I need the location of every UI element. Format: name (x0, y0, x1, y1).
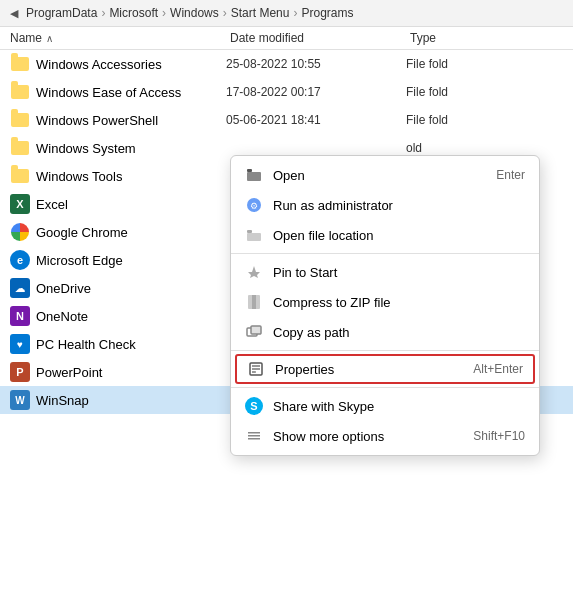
list-item[interactable]: Windows Ease of Access 17-08-2022 00:17 … (0, 78, 573, 106)
breadcrumb-part-4: Start Menu (231, 6, 290, 20)
file-name: Excel (36, 197, 226, 212)
col-header-type[interactable]: Type (410, 31, 436, 45)
file-type: File fold (406, 57, 448, 71)
svg-rect-5 (247, 233, 261, 241)
more-icon (245, 427, 263, 445)
list-item[interactable]: Windows Accessories 25-08-2022 10:55 Fil… (0, 50, 573, 78)
context-menu: Open Enter ⚙ Run as administrator Open f… (230, 155, 540, 456)
winsnap-icon: W (10, 390, 30, 410)
menu-item-run-as-admin[interactable]: ⚙ Run as administrator (231, 190, 539, 220)
folder-open-icon (245, 226, 263, 244)
admin-icon: ⚙ (245, 196, 263, 214)
menu-item-compress-zip[interactable]: Compress to ZIP file (231, 287, 539, 317)
menu-label-copy-path: Copy as path (273, 325, 525, 340)
menu-item-copy-path[interactable]: Copy as path (231, 317, 539, 347)
file-name: WinSnap (36, 393, 226, 408)
folder-icon (10, 110, 30, 130)
folder-icon (10, 82, 30, 102)
menu-label-show-more: Show more options (273, 429, 453, 444)
file-date: 25-08-2022 10:55 (226, 57, 406, 71)
menu-label-open-location: Open file location (273, 228, 525, 243)
breadcrumb-sep-3: › (223, 6, 227, 20)
onedrive-icon: ☁ (10, 278, 30, 298)
breadcrumb-sep-4: › (293, 6, 297, 20)
properties-icon (247, 360, 265, 378)
svg-rect-15 (248, 435, 260, 437)
file-name: Windows Accessories (36, 57, 226, 72)
menu-shortcut-open: Enter (496, 168, 525, 182)
file-name: PowerPoint (36, 365, 226, 380)
menu-shortcut-properties: Alt+Enter (473, 362, 523, 376)
breadcrumb-part-5: Programs (301, 6, 353, 20)
menu-label-run-as-admin: Run as administrator (273, 198, 525, 213)
file-name: PC Health Check (36, 337, 226, 352)
menu-label-properties: Properties (275, 362, 453, 377)
menu-item-share-skype[interactable]: S Share with Skype (231, 391, 539, 421)
menu-item-open[interactable]: Open Enter (231, 160, 539, 190)
file-date: 17-08-2022 00:17 (226, 85, 406, 99)
menu-separator-3 (231, 387, 539, 388)
svg-rect-1 (247, 172, 261, 181)
menu-label-compress-zip: Compress to ZIP file (273, 295, 525, 310)
menu-label-share-skype: Share with Skype (273, 399, 525, 414)
pin-icon (245, 263, 263, 281)
file-name: Google Chrome (36, 225, 226, 240)
svg-rect-7 (252, 295, 256, 309)
menu-label-pin-start: Pin to Start (273, 265, 525, 280)
breadcrumb-part-1: ProgramData (26, 6, 97, 20)
file-type: old (406, 141, 422, 155)
breadcrumb-back-icon[interactable]: ◀ (10, 7, 18, 20)
breadcrumb-sep-1: › (101, 6, 105, 20)
svg-rect-0 (247, 169, 252, 172)
menu-item-open-location[interactable]: Open file location (231, 220, 539, 250)
pc-health-icon: ♥ (10, 334, 30, 354)
skype-icon: S (245, 397, 263, 415)
menu-item-pin-start[interactable]: Pin to Start (231, 257, 539, 287)
menu-item-properties[interactable]: Properties Alt+Enter (235, 354, 535, 384)
open-icon (245, 166, 263, 184)
file-name: Windows PowerShell (36, 113, 226, 128)
breadcrumb[interactable]: ◀ ProgramData › Microsoft › Windows › St… (0, 0, 573, 27)
powerpoint-icon: P (10, 362, 30, 382)
folder-icon (10, 138, 30, 158)
file-type: File fold (406, 113, 448, 127)
zip-icon (245, 293, 263, 311)
menu-label-open: Open (273, 168, 476, 183)
edge-icon: e (10, 250, 30, 270)
sort-arrow-icon: ∧ (46, 33, 53, 44)
menu-separator-2 (231, 350, 539, 351)
breadcrumb-sep-2: › (162, 6, 166, 20)
svg-text:⚙: ⚙ (250, 201, 258, 211)
excel-icon: X (10, 194, 30, 214)
menu-shortcut-show-more: Shift+F10 (473, 429, 525, 443)
file-name: Windows Tools (36, 169, 226, 184)
col-header-date[interactable]: Date modified (230, 31, 410, 45)
path-icon (245, 323, 263, 341)
file-name: Windows Ease of Access (36, 85, 226, 100)
file-date: 05-06-2021 18:41 (226, 113, 406, 127)
folder-icon (10, 54, 30, 74)
breadcrumb-part-2: Microsoft (109, 6, 158, 20)
file-name: Microsoft Edge (36, 253, 226, 268)
file-name: Windows System (36, 141, 226, 156)
svg-rect-16 (248, 438, 260, 440)
breadcrumb-part-3: Windows (170, 6, 219, 20)
svg-rect-9 (251, 326, 261, 334)
svg-rect-14 (248, 432, 260, 434)
folder-icon (10, 166, 30, 186)
file-name: OneNote (36, 309, 226, 324)
col-header-name[interactable]: Name ∧ (10, 31, 230, 45)
svg-rect-4 (247, 230, 252, 233)
menu-item-show-more[interactable]: Show more options Shift+F10 (231, 421, 539, 451)
file-name: OneDrive (36, 281, 226, 296)
file-type: File fold (406, 85, 448, 99)
menu-separator-1 (231, 253, 539, 254)
onenote-icon: N (10, 306, 30, 326)
list-item[interactable]: Windows PowerShell 05-06-2021 18:41 File… (0, 106, 573, 134)
chrome-icon (10, 222, 30, 242)
column-headers: Name ∧ Date modified Type (0, 27, 573, 50)
